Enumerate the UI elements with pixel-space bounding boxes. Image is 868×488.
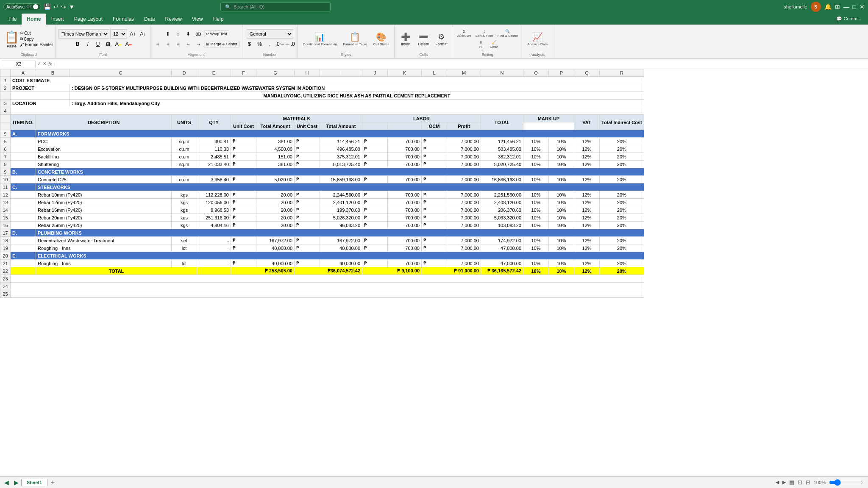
cell-5-P[interactable]: 10%: [549, 138, 574, 145]
align-bottom-btn[interactable]: ⬇: [184, 29, 193, 39]
cell-6-H[interactable]: ₱: [295, 145, 320, 153]
cell-14-N[interactable]: 206,370.60: [481, 206, 523, 214]
cell-5-A[interactable]: [11, 138, 36, 145]
cell-13-E[interactable]: 120,056.00: [197, 199, 231, 206]
wrap-text-btn[interactable]: ↵ Wrap Text: [204, 30, 229, 37]
cell-12-E[interactable]: 112,228.00: [197, 191, 231, 199]
font-name-select[interactable]: Times New Roman: [58, 29, 109, 39]
cell-15-I[interactable]: 5,026,320.00: [320, 214, 362, 222]
cell-21-O[interactable]: 10%: [523, 260, 549, 267]
cell-13-K[interactable]: 700.00: [388, 199, 422, 206]
cell-7-E[interactable]: 2,485.51: [197, 153, 231, 161]
notifications-icon[interactable]: 🔔: [824, 3, 832, 10]
col-K[interactable]: K: [388, 69, 422, 77]
cell-5-G[interactable]: 381.00: [256, 138, 295, 145]
spreadsheet-container[interactable]: A B C D E F G H I J K L M N O P Q R: [0, 69, 868, 481]
conditional-formatting-btn[interactable]: 📊 Conditional Formatting: [300, 30, 339, 48]
cell-6-B[interactable]: Excavation: [36, 145, 172, 153]
tab-home[interactable]: Home: [22, 14, 46, 25]
cell-2-A[interactable]: PROJECT: [11, 84, 70, 92]
customize-icon[interactable]: ▼: [69, 3, 75, 10]
cell-15-L[interactable]: ₱: [422, 214, 447, 222]
cell-8-J[interactable]: ₱: [362, 161, 388, 168]
col-N[interactable]: N: [481, 69, 523, 77]
formula-input[interactable]: [56, 61, 866, 67]
cell-14-O[interactable]: 10%: [523, 206, 549, 214]
cell-23[interactable]: [11, 275, 644, 283]
cell-7-R[interactable]: 20%: [600, 153, 644, 161]
cell-5-N[interactable]: 121,456.21: [481, 138, 523, 145]
col-F[interactable]: F: [231, 69, 256, 77]
font-size-select[interactable]: 12: [110, 29, 127, 39]
cell-15-Q[interactable]: 12%: [574, 214, 600, 222]
cell-16-E[interactable]: 4,804.16: [197, 222, 231, 229]
cell-19-B[interactable]: Roughing - Inns: [36, 244, 172, 252]
format-as-table-btn[interactable]: 📋 Format as Table: [340, 30, 370, 48]
cell-18-F[interactable]: ₱: [231, 237, 256, 244]
cell-21-P[interactable]: 10%: [549, 260, 574, 267]
cell-19-K[interactable]: 700.00: [388, 244, 422, 252]
cell-12-K[interactable]: 700.00: [388, 191, 422, 199]
cell-14-D[interactable]: kgs: [172, 206, 197, 214]
col-P[interactable]: P: [549, 69, 574, 77]
cell-7-O[interactable]: 10%: [523, 153, 549, 161]
cell-18-O[interactable]: 10%: [523, 237, 549, 244]
cell-21-E[interactable]: -: [197, 260, 231, 267]
cell-7-Q[interactable]: 12%: [574, 153, 600, 161]
cell-10-O[interactable]: 10%: [523, 176, 549, 183]
comments-btn[interactable]: 💬 Comm...: [833, 14, 865, 25]
cell-10-H[interactable]: ₱: [295, 176, 320, 183]
tab-view[interactable]: View: [187, 14, 208, 25]
cell-10-R[interactable]: 20%: [600, 176, 644, 183]
cell-5-H[interactable]: ₱: [295, 138, 320, 145]
search-bar[interactable]: 🔍 Search (Alt+Q): [220, 3, 331, 11]
cell-13-P[interactable]: 10%: [549, 199, 574, 206]
cell-8-N[interactable]: 8,020,725.40: [481, 161, 523, 168]
sheet-tab-1[interactable]: Sheet1: [21, 479, 47, 481]
tab-file[interactable]: File: [3, 14, 22, 25]
maximize-icon[interactable]: □: [853, 3, 856, 10]
cell-5-Q[interactable]: 12%: [574, 138, 600, 145]
tab-pagelayout[interactable]: Page Layout: [69, 14, 108, 25]
cell-21-J[interactable]: ₱: [362, 260, 388, 267]
cell-19-O[interactable]: 10%: [523, 244, 549, 252]
cell-19-I[interactable]: 40,000.00: [320, 244, 362, 252]
bold-btn[interactable]: B: [73, 39, 82, 49]
align-center-btn[interactable]: ≡: [163, 39, 172, 49]
cell-3-A[interactable]: LOCATION: [11, 100, 70, 107]
view-layout[interactable]: ⊡: [798, 479, 802, 481]
cell-16-L[interactable]: ₱: [422, 222, 447, 229]
cell-14-H[interactable]: ₱: [295, 206, 320, 214]
cell-14-E[interactable]: 9,968.53: [197, 206, 231, 214]
cell-21-A[interactable]: [11, 260, 36, 267]
cell-8-K[interactable]: 700.00: [388, 161, 422, 168]
cell-10-J[interactable]: ₱: [362, 176, 388, 183]
cell-16-N[interactable]: 103,083.20: [481, 222, 523, 229]
cell-13-M[interactable]: 7,000.00: [447, 199, 481, 206]
cell-18-J[interactable]: ₱: [362, 237, 388, 244]
tab-insert[interactable]: Insert: [46, 14, 69, 25]
cell-16-B[interactable]: Rebar 25mm (Fy420): [36, 222, 172, 229]
cell-18-D[interactable]: set: [172, 237, 197, 244]
cell-8-E[interactable]: 21,033.40: [197, 161, 231, 168]
cell-13-J[interactable]: ₱: [362, 199, 388, 206]
cell-16-O[interactable]: 10%: [523, 222, 549, 229]
cell-14-F[interactable]: ₱: [231, 206, 256, 214]
cell-14-L[interactable]: ₱: [422, 206, 447, 214]
cell-16-J[interactable]: ₱: [362, 222, 388, 229]
cell-8-Q[interactable]: 12%: [574, 161, 600, 168]
cell-21-N[interactable]: 47,000.00: [481, 260, 523, 267]
cell-15-D[interactable]: kgs: [172, 214, 197, 222]
scroll-right-icon[interactable]: ▶: [782, 480, 786, 481]
cell-ref-input[interactable]: [2, 61, 36, 67]
cell-13-G[interactable]: 20.00: [256, 199, 295, 206]
cell-8-P[interactable]: 10%: [549, 161, 574, 168]
cell-5-F[interactable]: ₱: [231, 138, 256, 145]
save-icon[interactable]: 💾: [44, 3, 51, 10]
cell-13-H[interactable]: ₱: [295, 199, 320, 206]
cell-18-N[interactable]: 174,972.00: [481, 237, 523, 244]
cell-12-F[interactable]: ₱: [231, 191, 256, 199]
cell-19-H[interactable]: ₱: [295, 244, 320, 252]
cell-12-L[interactable]: ₱: [422, 191, 447, 199]
align-middle-btn[interactable]: ↕: [173, 29, 183, 39]
